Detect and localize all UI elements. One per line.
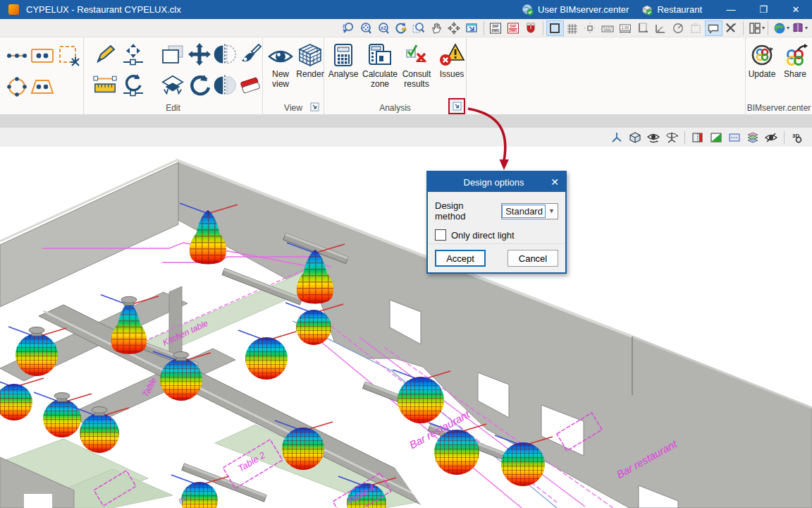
send-to-screen-icon[interactable] [463, 20, 481, 36]
svg-text:DWG: DWG [492, 28, 500, 32]
edit-pencil-icon[interactable] [92, 42, 118, 67]
analyse-label: Analyse [326, 69, 361, 79]
minimize-button[interactable]: — [715, 0, 747, 19]
grid-icon[interactable] [564, 20, 582, 36]
rotate-icon[interactable] [187, 73, 212, 98]
box-3d-icon[interactable] [626, 130, 644, 145]
pan-hand-icon[interactable] [428, 20, 445, 36]
ribbon-section-analysis: Analyse Calculate zone Consult results I… [324, 37, 467, 114]
svg-text:DWG: DWG [510, 28, 518, 32]
dimension-icon[interactable]: 1.00 [617, 20, 634, 36]
issues-button[interactable]: Issues [434, 40, 469, 79]
section-plane-green-icon[interactable] [707, 130, 725, 145]
cancel-button[interactable]: Cancel [508, 250, 558, 267]
luminaire-cap [173, 352, 189, 358]
ortho-angle-icon[interactable] [652, 20, 670, 36]
photometric-sphere-mesh [434, 430, 479, 475]
hide-elements-eye-icon[interactable] [762, 130, 780, 145]
calculate-zone-button[interactable]: Calculate zone [362, 40, 398, 89]
render-button[interactable]: Render [293, 40, 328, 79]
node-circle-icon[interactable] [4, 74, 30, 99]
paintbrush-icon[interactable] [238, 42, 263, 67]
view-3d-settings-icon[interactable]: 3D [788, 130, 806, 145]
documentation-book-caret[interactable]: ▾ [805, 25, 808, 31]
zoom-extents-icon[interactable] [357, 20, 375, 36]
copy-icon[interactable] [160, 42, 185, 67]
quick-access-toolbar: x2 DXFDWG DXFDWG 1.00 ▾ [0, 19, 812, 37]
design-options-dialog: Design options ✕ Design method Standard … [426, 171, 567, 274]
rectangle-mode-icon[interactable] [546, 20, 564, 36]
accept-button[interactable]: Accept [435, 250, 486, 267]
axes-tripod-icon[interactable] [608, 130, 626, 145]
node-segment-icon[interactable] [4, 43, 30, 68]
selection-marquee-icon[interactable] [687, 20, 705, 36]
configuration-tools-icon[interactable] [722, 20, 740, 36]
rotation-icon[interactable] [670, 20, 687, 36]
dxf-dwg-templates-icon[interactable]: DXFDWG [487, 20, 505, 36]
window-layout-caret[interactable]: ▾ [762, 25, 765, 31]
orbit-gimbal-icon[interactable] [663, 130, 681, 145]
analyse-button[interactable]: Analyse [326, 40, 361, 79]
analysis-dialog-launcher-highlight[interactable] [448, 98, 465, 114]
photometric-sphere-mesh [0, 384, 32, 421]
app-icon [8, 4, 19, 15]
chevron-down-icon[interactable]: ▼ [546, 207, 558, 214]
design-method-value: Standard [502, 205, 546, 218]
luminaire-cap [121, 296, 137, 303]
node-trapezoid-icon[interactable] [30, 74, 55, 99]
move-view-icon[interactable] [445, 20, 463, 36]
share-button[interactable]: Share [780, 40, 811, 79]
redraw-icon[interactable] [393, 20, 410, 36]
dxf-dwg-layers-icon[interactable]: DXFDWG [505, 20, 522, 36]
snap-point-icon[interactable] [582, 20, 599, 36]
crop-view-icon[interactable] [634, 20, 652, 36]
object-snap-magnet-icon[interactable] [522, 20, 540, 36]
photometric-sphere-mesh [398, 377, 444, 423]
comments-icon[interactable] [705, 20, 722, 36]
mirror-icon[interactable] [212, 73, 238, 98]
dialog-title-bar[interactable]: Design options ✕ [428, 172, 565, 192]
user-chip[interactable]: User BIMserver.center [522, 4, 629, 16]
restore-button[interactable]: ❐ [747, 0, 780, 19]
project-chip[interactable]: Restaurant [641, 4, 702, 16]
consult-results-icon [399, 40, 434, 67]
issues-label: Issues [434, 69, 469, 79]
mirror-copy-icon[interactable] [212, 42, 238, 67]
layers-stack-icon[interactable] [744, 130, 762, 145]
move-node-icon[interactable] [121, 42, 146, 67]
keyboard-input-icon[interactable] [599, 20, 617, 36]
zoom-previous-icon[interactable] [340, 20, 357, 36]
update-icon [746, 40, 778, 67]
section-plane-red-icon[interactable] [689, 130, 707, 145]
orbit-eye-icon[interactable] [644, 130, 663, 145]
lower-layer-icon[interactable] [160, 73, 185, 98]
svg-text:1.00: 1.00 [622, 25, 629, 29]
ribbon-section-primitives [0, 37, 84, 114]
zoom-x2-icon[interactable]: x2 [375, 20, 393, 36]
ribbon-section-bimserver: Update Share BIMserver.center [746, 37, 812, 114]
design-method-select[interactable]: Standard ▼ [501, 203, 558, 219]
node-rectangle-icon[interactable] [30, 43, 55, 68]
dialog-close-icon[interactable]: ✕ [544, 176, 565, 188]
section-plane-blue-icon[interactable] [725, 130, 744, 145]
only-direct-light-checkbox[interactable] [435, 229, 446, 241]
photometric-sphere-mesh [160, 358, 202, 401]
erase-icon[interactable] [238, 73, 263, 98]
ribbon: Edit New view Render View Analyse Calcul… [0, 37, 812, 115]
analysis-section-label: Analysis [324, 103, 466, 113]
consult-results-button[interactable]: Consult results [399, 40, 434, 89]
luminaire-cap [54, 393, 70, 399]
zoom-window-icon[interactable] [410, 20, 428, 36]
measure-ruler-icon[interactable] [92, 73, 118, 98]
calculate-zone-label: Calculate zone [362, 69, 398, 89]
rotate-node-icon[interactable] [121, 73, 146, 98]
move-icon[interactable] [187, 42, 212, 67]
capture-selection-icon[interactable] [56, 43, 82, 68]
photometric-sphere-mesh [43, 399, 81, 437]
photometric-sphere-mesh [501, 442, 545, 486]
issues-warning-icon [434, 40, 469, 67]
model-viewport[interactable]: Kitchen tableTableTable 2Table 4Bar rest… [0, 147, 812, 508]
luminaire-cap [29, 327, 44, 334]
close-button[interactable]: ✕ [780, 0, 812, 19]
update-button[interactable]: Update [746, 40, 778, 79]
